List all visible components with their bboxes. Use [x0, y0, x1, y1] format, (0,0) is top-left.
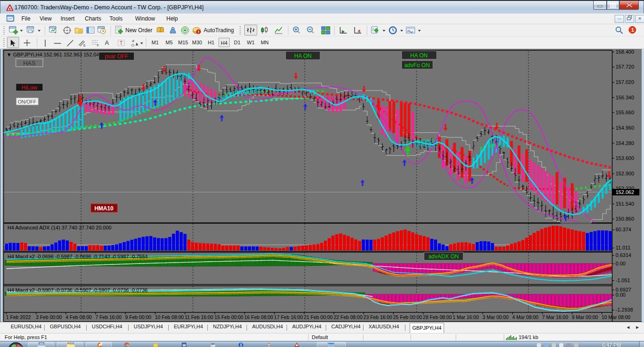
svg-text:157.020: 157.020	[616, 79, 634, 85]
svg-text:28 Feb 08:00: 28 Feb 08:00	[423, 314, 452, 320]
svg-text:22 Feb 08:00: 22 Feb 08:00	[334, 314, 363, 320]
svg-text:151.540: 151.540	[616, 201, 634, 207]
svg-text:17 Feb 16:00: 17 Feb 16:00	[274, 314, 303, 320]
svg-text:1 Feb 2022: 1 Feb 2022	[6, 314, 31, 320]
svg-text:HiLow: HiLow	[21, 84, 37, 91]
svg-text:152.900: 152.900	[616, 171, 634, 176]
svg-text:156.340: 156.340	[616, 95, 634, 100]
svg-text:H4 Macd x2 -0.5907 -0.0736 -0.: H4 Macd x2 -0.5907 -0.0736 -0.5907 -0.59…	[7, 287, 148, 293]
svg-text:7 Mar 16:00: 7 Mar 16:00	[542, 314, 568, 320]
svg-text:23 Feb 16:00: 23 Feb 16:00	[363, 314, 392, 320]
svg-text:1: 1	[631, 27, 634, 33]
svg-text:25 Feb 00:00: 25 Feb 00:00	[393, 314, 422, 320]
svg-text:16 Feb 08:00: 16 Feb 08:00	[244, 314, 273, 320]
svg-text:158.400: 158.400	[616, 49, 634, 55]
svg-text:155.660: 155.660	[616, 110, 634, 115]
svg-text:psar OFF: psar OFF	[105, 53, 129, 60]
svg-text:HMA10: HMA10	[95, 205, 114, 212]
svg-text:10 Mar 08:00: 10 Mar 08:00	[602, 314, 630, 320]
svg-text:HAS: HAS	[23, 60, 36, 67]
svg-text:ON/OFF: ON/OFF	[18, 99, 36, 104]
svg-text:F: F	[97, 44, 99, 47]
svg-text:-1.051: -1.051	[616, 278, 630, 283]
svg-text:153.600: 153.600	[616, 155, 634, 161]
svg-text:9 Feb 00:00: 9 Feb 00:00	[125, 314, 151, 320]
svg-text:▼ GBPJPYi,H4 152.961 152.963: ▼ GBPJPYi,H4 152.961 152.963 152.044 152…	[7, 52, 113, 57]
svg-text:T: T	[120, 41, 123, 46]
svg-text:154.960: 154.960	[616, 125, 634, 131]
svg-text:1 Mar 16:00: 1 Mar 16:00	[453, 314, 479, 320]
svg-text:H4 Advanced ADX (14) 37.740 37: H4 Advanced ADX (14) 37.740 37.740 20.00…	[7, 225, 111, 230]
svg-text:H4 Macd x2 -0.0696 -0.5987 -0.: H4 Macd x2 -0.0696 -0.5987 -0.0696 -0.21…	[7, 254, 148, 259]
svg-text:150.860: 150.860	[616, 216, 634, 222]
svg-text:154.280: 154.280	[616, 140, 634, 146]
svg-text:E: E	[83, 44, 86, 47]
svg-text:11 Feb 16:00: 11 Feb 16:00	[185, 314, 213, 320]
svg-text:4 Mar 08:00: 4 Mar 08:00	[512, 314, 538, 320]
svg-text:7 Feb 16:00: 7 Feb 16:00	[96, 314, 122, 320]
svg-text:HA ON: HA ON	[410, 52, 427, 59]
svg-text:HA ON: HA ON	[294, 53, 311, 59]
svg-text:157.720: 157.720	[616, 64, 634, 69]
svg-text:-1.2938: -1.2938	[616, 307, 633, 312]
svg-text:9 Mar 00:00: 9 Mar 00:00	[572, 314, 598, 320]
svg-text:21 Feb 00:00: 21 Feb 00:00	[304, 314, 333, 320]
svg-text:4 Feb 08:00: 4 Feb 08:00	[66, 314, 92, 320]
svg-text:advFo ON: advFo ON	[404, 62, 430, 69]
svg-text:3 Mar 00:00: 3 Mar 00:00	[482, 314, 508, 320]
svg-text:11.011: 11.011	[616, 245, 630, 250]
svg-text:advADX ON: advADX ON	[428, 253, 459, 260]
svg-text:10 Feb 08:00: 10 Feb 08:00	[155, 314, 184, 320]
svg-text:0.6314: 0.6314	[616, 252, 631, 258]
svg-text:15 Feb 00:00: 15 Feb 00:00	[214, 314, 243, 320]
svg-text:W: W	[183, 343, 186, 347]
svg-text:60.374: 60.374	[616, 227, 631, 232]
svg-text:0.00: 0.00	[616, 292, 625, 298]
svg-text:0.00: 0.00	[616, 261, 625, 266]
svg-text:3 Feb 00:00: 3 Feb 00:00	[36, 314, 62, 320]
svg-text:152.062: 152.062	[616, 189, 634, 195]
